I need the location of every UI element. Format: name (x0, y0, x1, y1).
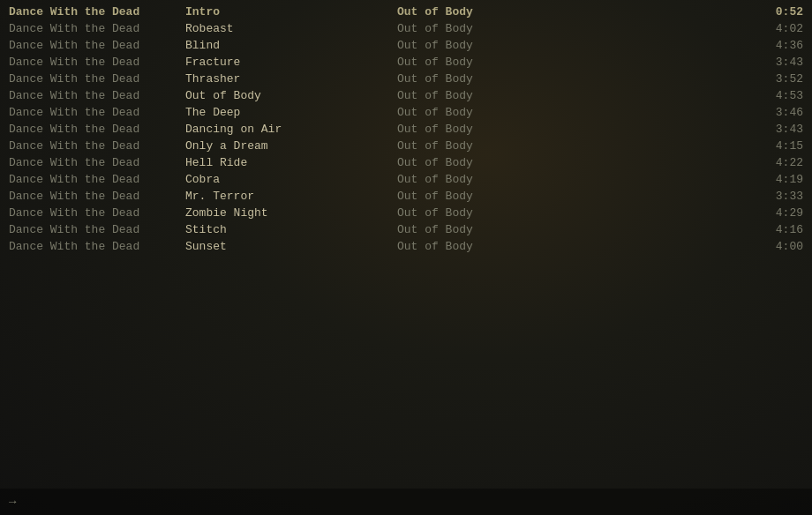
bottom-bar: → (0, 489, 812, 515)
track-title: Stitch (185, 223, 397, 236)
track-duration: 4:19 (750, 173, 803, 186)
track-album: Out of Body (397, 39, 750, 52)
track-title: Out of Body (185, 89, 397, 102)
track-title: Robeast (185, 22, 397, 35)
track-artist: Dance With the Dead (9, 223, 185, 236)
track-duration: 3:52 (750, 72, 803, 86)
header-album: Out of Body (397, 5, 750, 19)
table-row[interactable]: Dance With the DeadStitchOut of Body4:16 (0, 221, 812, 238)
table-row[interactable]: Dance With the DeadSunsetOut of Body4:00 (0, 238, 812, 255)
track-list: Dance With the Dead Intro Out of Body 0:… (0, 0, 812, 258)
table-row[interactable]: Dance With the DeadThe DeepOut of Body3:… (0, 104, 812, 121)
track-album: Out of Body (397, 240, 750, 253)
track-artist: Dance With the Dead (9, 123, 185, 136)
track-duration: 4:16 (750, 223, 803, 236)
table-row[interactable]: Dance With the DeadRobeastOut of Body4:0… (0, 20, 812, 37)
track-album: Out of Body (397, 223, 750, 236)
track-title: Mr. Terror (185, 190, 397, 203)
track-artist: Dance With the Dead (9, 240, 185, 253)
track-artist: Dance With the Dead (9, 156, 185, 169)
table-row[interactable]: Dance With the DeadZombie NightOut of Bo… (0, 205, 812, 221)
track-duration: 3:43 (750, 56, 803, 69)
track-duration: 4:22 (750, 156, 803, 169)
track-album: Out of Body (397, 190, 750, 203)
track-duration: 3:43 (750, 123, 803, 136)
track-title: The Deep (185, 106, 397, 119)
track-album: Out of Body (397, 156, 750, 169)
table-row[interactable]: Dance With the DeadFractureOut of Body3:… (0, 54, 812, 71)
header-artist: Dance With the Dead (9, 5, 185, 19)
arrow-icon: → (9, 495, 16, 509)
track-album: Out of Body (397, 22, 750, 35)
track-title: Zombie Night (185, 206, 397, 220)
track-artist: Dance With the Dead (9, 22, 185, 35)
table-row[interactable]: Dance With the DeadDancing on AirOut of … (0, 121, 812, 138)
track-duration: 4:36 (750, 39, 803, 52)
track-album: Out of Body (397, 72, 750, 86)
track-artist: Dance With the Dead (9, 106, 185, 119)
table-row[interactable]: Dance With the DeadHell RideOut of Body4… (0, 154, 812, 171)
track-artist: Dance With the Dead (9, 56, 185, 69)
track-artist: Dance With the Dead (9, 206, 185, 220)
track-artist: Dance With the Dead (9, 139, 185, 153)
table-row[interactable]: Dance With the DeadThrasherOut of Body3:… (0, 71, 812, 87)
track-artist: Dance With the Dead (9, 39, 185, 52)
track-album: Out of Body (397, 89, 750, 102)
header-title: Intro (185, 5, 397, 19)
track-duration: 3:33 (750, 190, 803, 203)
table-row[interactable]: Dance With the DeadOnly a DreamOut of Bo… (0, 138, 812, 154)
track-duration: 3:46 (750, 106, 803, 119)
track-artist: Dance With the Dead (9, 72, 185, 86)
track-artist: Dance With the Dead (9, 173, 185, 186)
track-album: Out of Body (397, 123, 750, 136)
track-title: Only a Dream (185, 139, 397, 153)
track-title: Thrasher (185, 72, 397, 86)
track-duration: 4:00 (750, 240, 803, 253)
track-album: Out of Body (397, 139, 750, 153)
table-row[interactable]: Dance With the DeadBlindOut of Body4:36 (0, 37, 812, 54)
track-duration: 4:15 (750, 139, 803, 153)
track-title: Sunset (185, 240, 397, 253)
track-title: Dancing on Air (185, 123, 397, 136)
track-title: Blind (185, 39, 397, 52)
track-album: Out of Body (397, 206, 750, 220)
track-duration: 4:02 (750, 22, 803, 35)
track-duration: 4:53 (750, 89, 803, 102)
table-row[interactable]: Dance With the DeadMr. TerrorOut of Body… (0, 188, 812, 205)
track-title: Cobra (185, 173, 397, 186)
table-row[interactable]: Dance With the DeadCobraOut of Body4:19 (0, 171, 812, 188)
table-row[interactable]: Dance With the DeadOut of BodyOut of Bod… (0, 87, 812, 104)
track-title: Hell Ride (185, 156, 397, 169)
track-album: Out of Body (397, 106, 750, 119)
track-album: Out of Body (397, 173, 750, 186)
header-duration: 0:52 (750, 5, 803, 19)
track-list-header: Dance With the Dead Intro Out of Body 0:… (0, 4, 812, 20)
track-artist: Dance With the Dead (9, 190, 185, 203)
track-artist: Dance With the Dead (9, 89, 185, 102)
track-album: Out of Body (397, 56, 750, 69)
track-title: Fracture (185, 56, 397, 69)
track-duration: 4:29 (750, 206, 803, 220)
